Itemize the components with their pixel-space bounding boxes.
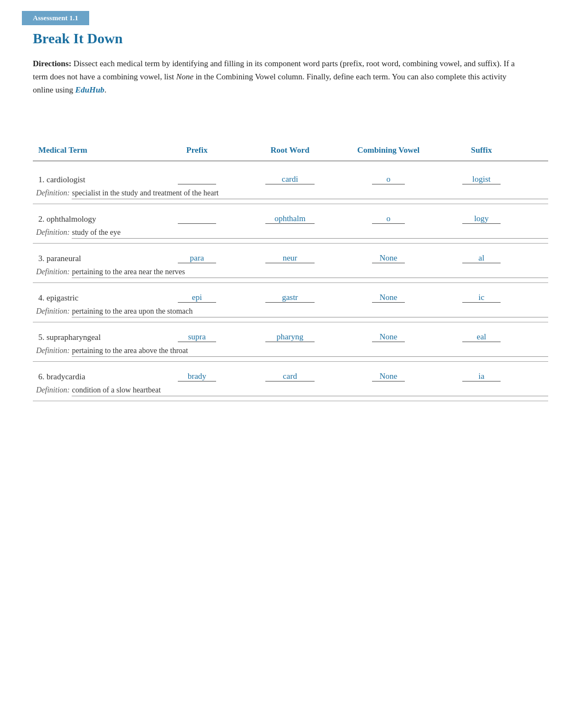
definition-row: Definition:pertaining to the area near t… xyxy=(33,268,548,278)
entries-container: 1. cardiologist cardiologistDefinition:s… xyxy=(33,167,548,401)
root-cell: neur xyxy=(241,253,339,264)
definition-row: Definition:pertaining to the area above … xyxy=(33,346,548,357)
term-cell: 5. suprapharyngeal xyxy=(33,333,153,343)
directions-body: Dissect each medical term by identifying… xyxy=(33,59,515,94)
prefix-cell xyxy=(153,175,241,186)
spacer xyxy=(33,113,548,146)
definition-row: Definition:condition of a slow heartbeat xyxy=(33,386,548,396)
header-root-word: Root Word xyxy=(241,146,339,155)
definition-text: condition of a slow heartbeat xyxy=(72,386,548,396)
definition-text: pertaining to the area upon the stomach xyxy=(72,307,548,317)
vowel-cell: o xyxy=(339,175,438,186)
definition-label: Definition: xyxy=(36,189,69,198)
term-cell: 1. cardiologist xyxy=(33,175,153,186)
root-cell: pharyng xyxy=(241,332,339,343)
suffix-cell: logist xyxy=(438,175,525,186)
term-cell: 3. paraneural xyxy=(33,254,153,264)
term-cell: 4. epigastric xyxy=(33,293,153,304)
prefix-cell: para xyxy=(153,253,241,264)
table-header: Medical Term Prefix Root Word Combining … xyxy=(33,146,548,161)
entry-block: 6. bradycardiabradycardNoneiaDefinition:… xyxy=(33,364,548,401)
definition-label: Definition: xyxy=(36,386,69,395)
entry-block: 4. epigastricepigastrNoneicDefinition:pe… xyxy=(33,285,548,322)
directions-text: Directions: Dissect each medical term by… xyxy=(33,57,525,96)
entry-row: 3. paraneuralparaneurNoneal xyxy=(33,253,548,264)
prefix-cell: brady xyxy=(153,372,241,383)
definition-row: Definition:study of the eye xyxy=(33,228,548,239)
header-prefix: Prefix xyxy=(153,146,241,155)
definition-text: pertaining to the area above the throat xyxy=(72,346,548,357)
entry-block: 5. suprapharyngealsuprapharyngNoneealDef… xyxy=(33,325,548,362)
root-cell: card xyxy=(241,372,339,383)
none-italic: None xyxy=(176,72,194,81)
definition-label: Definition: xyxy=(36,228,69,237)
top-bar-wrapper: Assessment 1.1 xyxy=(0,0,581,25)
definition-label: Definition: xyxy=(36,346,69,355)
term-cell: 6. bradycardia xyxy=(33,372,153,383)
prefix-cell xyxy=(153,214,241,225)
vowel-cell: None xyxy=(339,372,438,383)
entry-block: 1. cardiologist cardiologistDefinition:s… xyxy=(33,167,548,204)
assessment-label: Assessment 1.1 xyxy=(22,11,89,25)
entry-row: 2. ophthalmology ophthalmology xyxy=(33,214,548,225)
vowel-cell: None xyxy=(339,332,438,343)
page-title: Break It Down xyxy=(33,31,548,47)
term-cell: 2. ophthalmology xyxy=(33,215,153,225)
suffix-cell: ic xyxy=(438,293,525,304)
eduhub-link[interactable]: EduHub xyxy=(75,85,104,94)
entry-row: 1. cardiologist cardiologist xyxy=(33,175,548,186)
definition-row: Definition:pertaining to the area upon t… xyxy=(33,307,548,317)
entry-block: 3. paraneuralparaneurNonealDefinition:pe… xyxy=(33,246,548,283)
suffix-cell: logy xyxy=(438,214,525,225)
suffix-cell: ia xyxy=(438,372,525,383)
header-suffix: Suffix xyxy=(438,146,525,155)
definition-text: specialist in the study and treatment of… xyxy=(72,189,548,199)
suffix-cell: al xyxy=(438,253,525,264)
prefix-cell: epi xyxy=(153,293,241,304)
header-medical-term: Medical Term xyxy=(33,146,153,155)
definition-text: study of the eye xyxy=(72,228,548,239)
entry-row: 4. epigastricepigastrNoneic xyxy=(33,293,548,304)
entry-block: 2. ophthalmology ophthalmologyDefinition… xyxy=(33,206,548,244)
vowel-cell: o xyxy=(339,214,438,225)
root-cell: gastr xyxy=(241,293,339,304)
entry-row: 5. suprapharyngealsuprapharyngNoneeal xyxy=(33,332,548,343)
page-content: Break It Down Directions: Dissect each m… xyxy=(0,25,581,425)
root-cell: cardi xyxy=(241,175,339,186)
prefix-cell: supra xyxy=(153,332,241,343)
directions-bold: Directions: xyxy=(33,59,72,68)
entry-row: 6. bradycardiabradycardNoneia xyxy=(33,372,548,383)
definition-text: pertaining to the area near the nerves xyxy=(72,268,548,278)
root-cell: ophthalm xyxy=(241,214,339,225)
suffix-cell: eal xyxy=(438,332,525,343)
definition-row: Definition:specialist in the study and t… xyxy=(33,189,548,199)
definition-label: Definition: xyxy=(36,307,69,316)
vowel-cell: None xyxy=(339,293,438,304)
definition-label: Definition: xyxy=(36,268,69,276)
header-combining-vowel: Combining Vowel xyxy=(339,146,438,155)
vowel-cell: None xyxy=(339,253,438,264)
